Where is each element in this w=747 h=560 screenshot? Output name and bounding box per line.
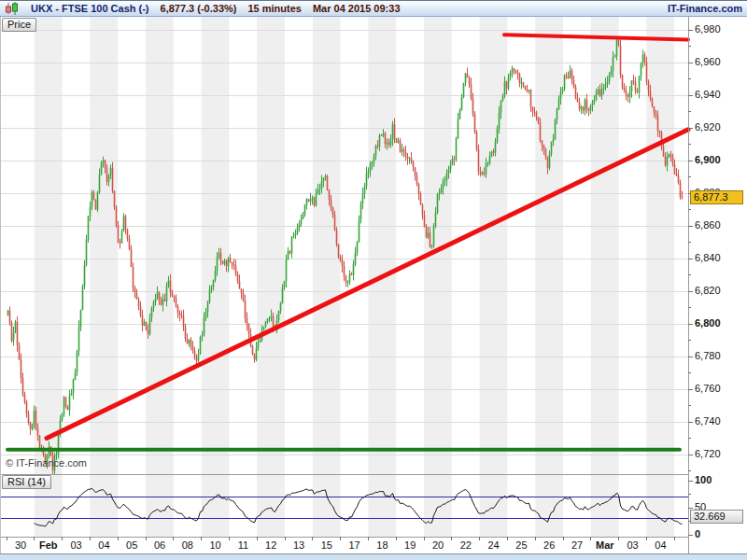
x-axis-label: 04 [644, 539, 676, 551]
price-axis-label: 6,860 [695, 219, 745, 231]
price-axis-label: 6,820 [695, 285, 745, 296]
rsi-line [35, 488, 683, 526]
chart-window: UKX - FTSE 100 Cash (-) 6,877.3 (-0.33%)… [0, 0, 747, 560]
price-axis-label: 6,780 [695, 350, 745, 361]
price-axis-label: 6,960 [695, 56, 745, 67]
price-axis-label: 6,940 [695, 89, 745, 100]
price-axis-label: 6,800 [695, 317, 745, 329]
price-axis-label: 6,840 [695, 252, 745, 263]
price-axis-label: 6,900 [695, 154, 745, 165]
price-axis-label: 6,760 [695, 383, 745, 394]
rsi-value-box: 32.669 [690, 510, 743, 524]
rsi-axis-label: 0 [695, 528, 745, 539]
price-axis-label: 6,720 [695, 448, 745, 459]
price-axis-label: 6,740 [695, 415, 745, 427]
price-panel-tab[interactable]: Price [2, 18, 36, 32]
footer-strip [0, 554, 747, 560]
price-axis-label: 6,920 [695, 121, 745, 133]
price-axis-label: 6,980 [695, 23, 745, 35]
current-price-marker: 6,877.3 [690, 190, 743, 204]
rsi-panel-tab[interactable]: RSI (14) [2, 475, 51, 489]
chart-canvas[interactable] [0, 0, 747, 560]
copyright-watermark: © IT-Finance.com [6, 457, 87, 469]
rsi-axis-label: 100 [695, 474, 745, 485]
